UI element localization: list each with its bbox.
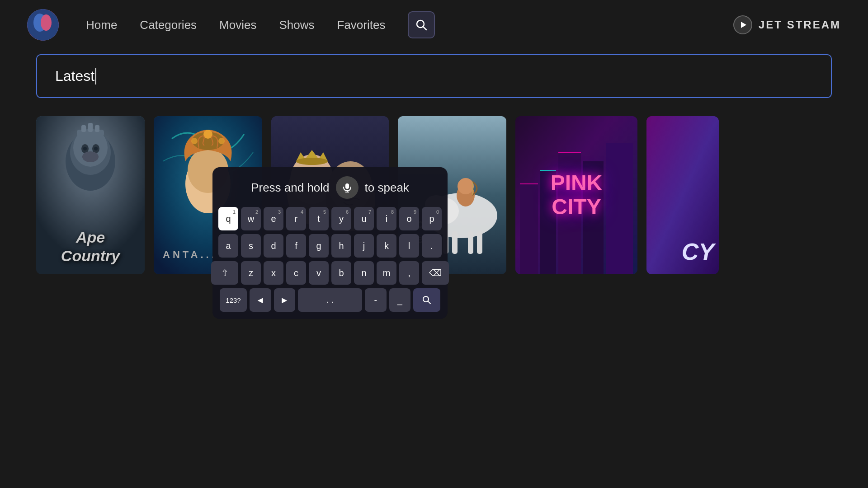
key-h[interactable]: h <box>331 234 351 258</box>
key-y[interactable]: y6 <box>331 207 351 230</box>
key-v[interactable]: v <box>309 261 329 285</box>
voice-hint: Press and hold to speak <box>220 176 440 199</box>
brand-icon <box>733 15 752 34</box>
key-space[interactable]: ⎵ <box>298 288 362 312</box>
search-bar[interactable]: Latest <box>36 54 832 98</box>
navbar: Home Categories Movies Shows Favorites J… <box>0 0 868 50</box>
svg-rect-18 <box>88 123 93 132</box>
keyboard-overlay: Press and hold to speak q1 w2 e3 r4 t5 y… <box>212 167 448 319</box>
key-x[interactable]: x <box>264 261 283 285</box>
svg-point-26 <box>218 138 225 144</box>
key-shift[interactable]: ⇧ <box>211 261 238 285</box>
brand: JET STREAM <box>733 15 841 34</box>
card-cyber-title: CY <box>682 238 714 265</box>
key-o[interactable]: o9 <box>399 207 419 230</box>
key-p[interactable]: p0 <box>422 207 442 230</box>
key-comma[interactable]: , <box>399 261 419 285</box>
search-value: Latest <box>55 68 94 84</box>
svg-marker-6 <box>741 22 746 28</box>
brand-name: JET STREAM <box>759 19 841 31</box>
svg-rect-17 <box>81 125 86 132</box>
card-ape-title: ApeCountry <box>36 228 145 265</box>
svg-line-60 <box>428 301 431 304</box>
svg-point-15 <box>82 151 99 162</box>
key-d[interactable]: d <box>264 234 283 258</box>
keyboard-row-4: 123? ◄ ► ⎵ - _ <box>220 288 440 312</box>
svg-rect-38 <box>468 231 473 254</box>
nav-movies[interactable]: Movies <box>219 18 256 32</box>
key-left[interactable]: ◄ <box>250 288 271 312</box>
nav-favorites[interactable]: Favorites <box>337 18 386 32</box>
text-cursor <box>95 68 96 84</box>
key-c[interactable]: c <box>286 261 306 285</box>
svg-point-42 <box>458 178 474 194</box>
search-button[interactable] <box>408 11 435 38</box>
key-q[interactable]: q1 <box>218 207 238 230</box>
svg-point-14 <box>94 147 98 150</box>
mic-button[interactable] <box>336 176 359 199</box>
card-ape-country[interactable]: ApeCountry <box>36 116 145 274</box>
key-a[interactable]: a <box>218 234 238 258</box>
key-e[interactable]: e3 <box>264 207 283 230</box>
key-r[interactable]: r4 <box>286 207 306 230</box>
svg-point-24 <box>203 130 212 139</box>
voice-to-text: to speak <box>365 181 409 195</box>
nav-home[interactable]: Home <box>86 18 117 32</box>
key-t[interactable]: t5 <box>309 207 329 230</box>
key-underscore[interactable]: _ <box>389 288 411 312</box>
nav-links: Home Categories Movies Shows Favorites <box>86 11 733 38</box>
key-s[interactable]: s <box>241 234 261 258</box>
key-z[interactable]: z <box>241 261 261 285</box>
keyboard: q1 w2 e3 r4 t5 y6 u7 i8 o9 p0 a s d f g … <box>220 207 440 312</box>
svg-rect-39 <box>477 231 482 254</box>
nav-shows[interactable]: Shows <box>279 18 314 32</box>
key-k[interactable]: k <box>377 234 396 258</box>
svg-point-30 <box>296 158 328 165</box>
card-cyber[interactable]: CY <box>646 116 719 274</box>
svg-line-5 <box>423 27 426 30</box>
key-dash[interactable]: - <box>365 288 387 312</box>
key-w[interactable]: w2 <box>241 207 261 230</box>
key-period[interactable]: . <box>422 234 442 258</box>
svg-point-25 <box>191 138 198 144</box>
voice-press-text: Press and hold <box>251 181 329 195</box>
key-g[interactable]: g <box>309 234 329 258</box>
key-right[interactable]: ► <box>274 288 296 312</box>
svg-rect-56 <box>345 183 349 189</box>
keyboard-row-1: q1 w2 e3 r4 t5 y6 u7 i8 o9 p0 <box>220 207 440 230</box>
card-pink-city[interactable]: PINKCITY <box>515 116 637 274</box>
key-j[interactable]: j <box>354 234 374 258</box>
keyboard-row-2: a s d f g h j k l . <box>220 234 440 258</box>
key-i[interactable]: i8 <box>377 207 396 230</box>
search-bar-wrapper: Latest <box>0 54 868 98</box>
key-f[interactable]: f <box>286 234 306 258</box>
svg-point-13 <box>83 147 87 150</box>
card-pink-city-title: PINKCITY <box>551 171 603 219</box>
key-n[interactable]: n <box>354 261 374 285</box>
key-l[interactable]: l <box>399 234 419 258</box>
svg-rect-37 <box>452 231 458 254</box>
key-123[interactable]: 123? <box>220 288 247 312</box>
keyboard-row-3: ⇧ z x c v b n m , ⌫ <box>220 261 440 285</box>
card-fantasy-title: ANTA... <box>163 249 217 261</box>
svg-rect-19 <box>95 125 99 132</box>
logo[interactable] <box>27 9 59 41</box>
svg-point-3 <box>27 9 59 41</box>
key-search[interactable] <box>413 288 440 312</box>
key-backspace[interactable]: ⌫ <box>422 261 449 285</box>
nav-categories[interactable]: Categories <box>140 18 197 32</box>
key-m[interactable]: m <box>377 261 396 285</box>
key-b[interactable]: b <box>331 261 351 285</box>
key-u[interactable]: u7 <box>354 207 374 230</box>
